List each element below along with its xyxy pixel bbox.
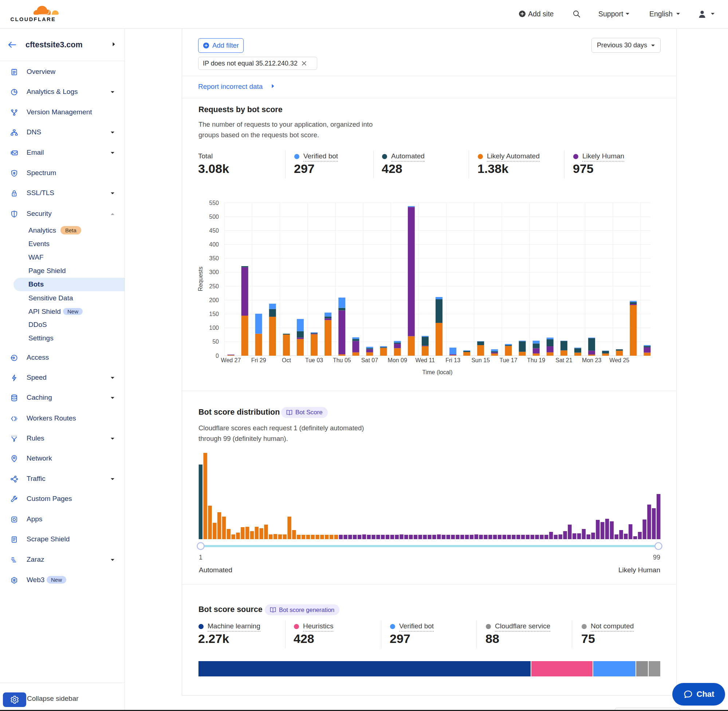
svg-text:300: 300 bbox=[209, 269, 219, 275]
svg-text:Sun 15: Sun 15 bbox=[471, 357, 490, 363]
svg-text:450: 450 bbox=[209, 227, 219, 234]
svg-text:Wed 27: Wed 27 bbox=[221, 357, 241, 363]
svg-text:350: 350 bbox=[209, 255, 219, 261]
svg-text:Automated: Automated bbox=[199, 566, 232, 574]
svg-text:200: 200 bbox=[209, 297, 219, 303]
svg-text:Likely Human: Likely Human bbox=[619, 566, 660, 574]
svg-text:1: 1 bbox=[199, 554, 202, 561]
svg-text:550: 550 bbox=[209, 200, 219, 206]
svg-text:0: 0 bbox=[216, 353, 219, 359]
svg-text:500: 500 bbox=[209, 214, 219, 220]
svg-text:Fri 13: Fri 13 bbox=[445, 357, 460, 363]
svg-text:100: 100 bbox=[209, 325, 219, 331]
svg-text:Time (local): Time (local) bbox=[422, 369, 453, 375]
svg-text:Tue 03: Tue 03 bbox=[305, 357, 323, 363]
svg-text:Fri 29: Fri 29 bbox=[251, 357, 266, 363]
svg-text:150: 150 bbox=[209, 311, 219, 317]
svg-text:Requests: Requests bbox=[197, 267, 204, 291]
svg-text:99: 99 bbox=[653, 554, 660, 561]
svg-text:400: 400 bbox=[209, 241, 219, 248]
svg-text:Mon 23: Mon 23 bbox=[582, 357, 601, 363]
svg-text:Mon 09: Mon 09 bbox=[388, 357, 407, 363]
svg-text:Thu 19: Thu 19 bbox=[527, 357, 545, 363]
svg-text:250: 250 bbox=[209, 283, 219, 289]
svg-text:Sat 21: Sat 21 bbox=[555, 357, 572, 363]
svg-text:Tue 17: Tue 17 bbox=[499, 357, 517, 363]
svg-text:Wed 11: Wed 11 bbox=[415, 357, 435, 363]
svg-text:Thu 05: Thu 05 bbox=[333, 357, 351, 363]
svg-text:50: 50 bbox=[212, 339, 219, 345]
svg-text:Sat 07: Sat 07 bbox=[361, 357, 378, 363]
svg-text:Oct: Oct bbox=[282, 357, 291, 363]
svg-text:Wed 25: Wed 25 bbox=[609, 357, 629, 363]
